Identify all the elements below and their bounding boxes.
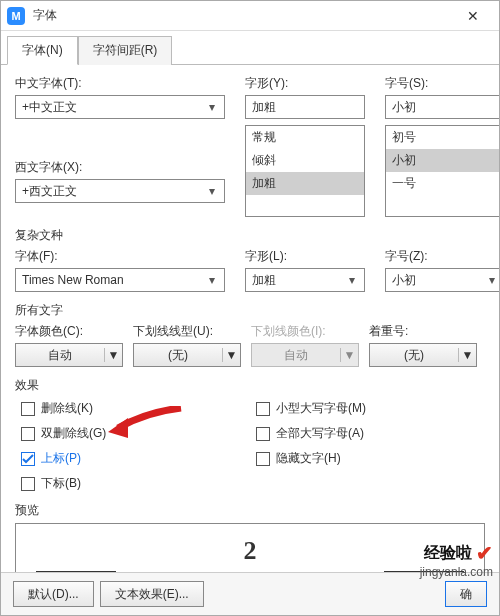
preview-value: 2 bbox=[244, 536, 257, 566]
size-listbox[interactable]: 初号小初一号 bbox=[385, 125, 500, 217]
checkbox-strike[interactable]: 删除线(K) bbox=[21, 400, 250, 417]
label-style: 字形(Y): bbox=[245, 75, 365, 92]
checkbox-hidden[interactable]: 隐藏文字(H) bbox=[256, 450, 485, 467]
checkbox-subscript[interactable]: 下标(B) bbox=[21, 475, 250, 492]
section-alltext: 所有文字 bbox=[15, 302, 485, 319]
complex-style-select[interactable]: 加粗 ▾ bbox=[245, 268, 365, 292]
titlebar: M 字体 ✕ bbox=[1, 1, 499, 31]
style-input[interactable]: 加粗 bbox=[245, 95, 365, 119]
app-icon: M bbox=[7, 7, 25, 25]
list-item[interactable]: 初号 bbox=[386, 126, 500, 149]
text-effects-button[interactable]: 文本效果(E)... bbox=[100, 581, 204, 607]
list-item[interactable]: 倾斜 bbox=[246, 149, 364, 172]
default-button[interactable]: 默认(D)... bbox=[13, 581, 94, 607]
size-value: 小初 bbox=[392, 99, 500, 116]
emphasis-dropdown[interactable]: (无) ▼ bbox=[369, 343, 477, 367]
chevron-down-icon: ▼ bbox=[222, 348, 240, 362]
label-font-color: 字体颜色(C): bbox=[15, 323, 123, 340]
style-value: 加粗 bbox=[252, 99, 360, 116]
chevron-down-icon: ▾ bbox=[344, 273, 360, 287]
checkbox-icon bbox=[21, 477, 35, 491]
tabstrip: 字体(N) 字符间距(R) bbox=[1, 31, 499, 65]
label-underline-type: 下划线线型(U): bbox=[133, 323, 241, 340]
checkbox-label: 删除线(K) bbox=[41, 400, 93, 417]
checkbox-label: 全部大写字母(A) bbox=[276, 425, 364, 442]
checkbox-dblstrike[interactable]: 双删除线(G) bbox=[21, 425, 250, 442]
checkbox-icon bbox=[21, 452, 35, 466]
checkbox-icon bbox=[256, 452, 270, 466]
underline-color-value: 自动 bbox=[252, 347, 340, 364]
window-title: 字体 bbox=[33, 7, 453, 24]
list-item[interactable]: 加粗 bbox=[246, 172, 364, 195]
checkbox-label: 小型大写字母(M) bbox=[276, 400, 366, 417]
tab-spacing[interactable]: 字符间距(R) bbox=[78, 36, 173, 65]
list-item[interactable]: 小初 bbox=[386, 149, 500, 172]
section-preview: 预览 bbox=[15, 502, 485, 519]
label-font-f: 字体(F): bbox=[15, 248, 225, 265]
label-underline-color: 下划线颜色(I): bbox=[251, 323, 359, 340]
chevron-down-icon: ▼ bbox=[458, 348, 476, 362]
checkbox-icon bbox=[256, 402, 270, 416]
complex-font-select[interactable]: Times New Roman ▾ bbox=[15, 268, 225, 292]
section-complex: 复杂文种 bbox=[15, 227, 485, 244]
label-emphasis: 着重号: bbox=[369, 323, 477, 340]
cn-font-value: +中文正文 bbox=[22, 99, 204, 116]
label-size-z: 字号(Z): bbox=[385, 248, 500, 265]
underline-type-dropdown[interactable]: (无) ▼ bbox=[133, 343, 241, 367]
button-bar: 默认(D)... 文本效果(E)... 确 bbox=[1, 572, 499, 615]
checkbox-icon bbox=[21, 402, 35, 416]
label-style-l: 字形(L): bbox=[245, 248, 365, 265]
checkbox-superscript[interactable]: 上标(P) bbox=[21, 450, 250, 467]
cn-font-select[interactable]: +中文正文 ▾ bbox=[15, 95, 225, 119]
chevron-down-icon: ▾ bbox=[204, 273, 220, 287]
close-icon[interactable]: ✕ bbox=[453, 2, 493, 30]
checkbox-label: 双删除线(G) bbox=[41, 425, 106, 442]
chevron-down-icon: ▼ bbox=[104, 348, 122, 362]
west-font-select[interactable]: +西文正文 ▾ bbox=[15, 179, 225, 203]
style-listbox[interactable]: 常规倾斜加粗 bbox=[245, 125, 365, 217]
chevron-down-icon: ▾ bbox=[204, 100, 220, 114]
chevron-down-icon: ▾ bbox=[484, 273, 500, 287]
complex-size-value: 小初 bbox=[392, 272, 484, 289]
west-font-value: +西文正文 bbox=[22, 183, 204, 200]
font-color-dropdown[interactable]: 自动 ▼ bbox=[15, 343, 123, 367]
emphasis-value: (无) bbox=[370, 347, 458, 364]
chevron-down-icon: ▾ bbox=[204, 184, 220, 198]
underline-type-value: (无) bbox=[134, 347, 222, 364]
checkbox-icon bbox=[256, 427, 270, 441]
list-item[interactable]: 常规 bbox=[246, 126, 364, 149]
checkbox-label: 上标(P) bbox=[41, 450, 81, 467]
complex-style-value: 加粗 bbox=[252, 272, 344, 289]
label-west-font: 西文字体(X): bbox=[15, 159, 225, 176]
complex-size-select[interactable]: 小初 ▾ bbox=[385, 268, 500, 292]
underline-color-dropdown: 自动 ▼ bbox=[251, 343, 359, 367]
size-input[interactable]: 小初 bbox=[385, 95, 500, 119]
label-cn-font: 中文字体(T): bbox=[15, 75, 225, 92]
checkbox-smallcaps[interactable]: 小型大写字母(M) bbox=[256, 400, 485, 417]
preview-box: 2 bbox=[15, 523, 485, 579]
ok-button[interactable]: 确 bbox=[445, 581, 487, 607]
checkbox-label: 下标(B) bbox=[41, 475, 81, 492]
tab-font[interactable]: 字体(N) bbox=[7, 36, 78, 65]
checkbox-label: 隐藏文字(H) bbox=[276, 450, 341, 467]
font-color-value: 自动 bbox=[16, 347, 104, 364]
section-effects: 效果 bbox=[15, 377, 485, 394]
label-size: 字号(S): bbox=[385, 75, 500, 92]
list-item[interactable]: 一号 bbox=[386, 172, 500, 195]
chevron-down-icon: ▼ bbox=[340, 348, 358, 362]
complex-font-value: Times New Roman bbox=[22, 273, 204, 287]
checkbox-icon bbox=[21, 427, 35, 441]
checkbox-allcaps[interactable]: 全部大写字母(A) bbox=[256, 425, 485, 442]
